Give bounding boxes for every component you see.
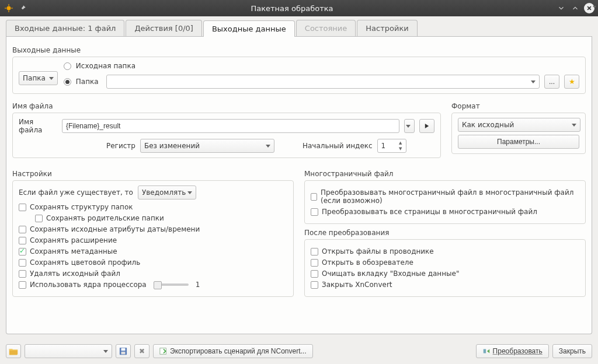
format-combo[interactable]: Как исходный: [458, 118, 580, 132]
delete-script-button[interactable]: ✖: [134, 344, 150, 358]
favorites-button[interactable]: ★: [564, 75, 579, 89]
output-section-label: Выходные данные: [12, 46, 586, 54]
radio-source-folder[interactable]: [64, 62, 71, 70]
after-section-label: После преобразования: [304, 229, 586, 237]
use-cpu-cores-checkbox[interactable]: [19, 281, 26, 289]
svg-marker-7: [425, 124, 429, 128]
filename-history-dropdown[interactable]: [404, 119, 415, 133]
keep-color-profile-checkbox[interactable]: [19, 259, 26, 267]
cpu-cores-slider[interactable]: [154, 284, 189, 286]
start-index-label: Начальный индекс: [303, 142, 373, 150]
svg-rect-9: [121, 348, 126, 351]
file-exists-label: Если файл уже существует, то: [19, 188, 133, 197]
multipage-all-pages-checkbox[interactable]: [311, 208, 318, 216]
window-title: Пакетная обработка: [28, 4, 556, 13]
keep-folder-structure-checkbox[interactable]: [19, 204, 26, 211]
destination-type-combo[interactable]: Папка: [19, 71, 58, 85]
app-icon: [4, 3, 14, 13]
filename-field-label: Имя файла: [19, 118, 57, 134]
multipage-convert-checkbox[interactable]: [311, 193, 317, 201]
format-section-label: Формат: [451, 102, 586, 110]
script-combo[interactable]: [25, 344, 112, 358]
keep-date-attrs-checkbox[interactable]: [19, 226, 26, 233]
close-app-checkbox[interactable]: [311, 281, 318, 289]
maximize-icon[interactable]: [570, 3, 580, 13]
pin-icon[interactable]: [18, 3, 28, 13]
close-icon[interactable]: [584, 3, 594, 13]
filename-pattern-input[interactable]: [62, 119, 399, 133]
radio-folder-label: Папка: [76, 78, 102, 86]
file-exists-combo[interactable]: Уведомлять: [138, 186, 196, 200]
output-panel: Выходные данные Папка Исходная папка Пап…: [6, 37, 592, 334]
svg-rect-12: [483, 349, 485, 354]
svg-rect-10: [121, 352, 126, 354]
delete-source-checkbox[interactable]: [19, 270, 26, 278]
filename-play-button[interactable]: [419, 119, 434, 133]
radio-folder[interactable]: [64, 78, 71, 86]
minimize-icon[interactable]: [556, 3, 566, 13]
convert-button[interactable]: Преобразовать: [476, 344, 549, 358]
open-script-button[interactable]: [6, 344, 21, 358]
save-script-button[interactable]: [116, 344, 131, 358]
browse-button[interactable]: ...: [544, 75, 559, 89]
clear-input-tab-checkbox[interactable]: [311, 270, 318, 278]
svg-point-0: [7, 6, 11, 10]
tab-input[interactable]: Входные данные: 1 файл: [6, 20, 124, 36]
tab-status[interactable]: Состояние: [296, 20, 356, 36]
open-browser-checkbox[interactable]: [311, 259, 318, 267]
tab-settings[interactable]: Настройки: [357, 20, 417, 36]
bottom-toolbar: ✖ Экспортировать сценарий для NConvert..…: [6, 344, 592, 358]
tab-output[interactable]: Выходные данные: [203, 20, 295, 37]
main-tabs: Входные данные: 1 файл Действия [0/0] Вы…: [6, 20, 592, 37]
export-nconvert-button[interactable]: Экспортировать сценарий для NConvert...: [153, 344, 313, 358]
multipage-section-label: Многостраничный файл: [304, 170, 586, 178]
output-path-field[interactable]: [106, 75, 540, 89]
titlebar: Пакетная обработка: [0, 0, 598, 16]
keep-extension-checkbox[interactable]: [19, 237, 26, 244]
keep-parent-folders-checkbox[interactable]: [35, 215, 43, 222]
tab-actions[interactable]: Действия [0/0]: [126, 20, 201, 36]
close-button[interactable]: Закрыть: [552, 344, 592, 358]
case-combo[interactable]: Без изменений: [140, 139, 274, 153]
cpu-cores-value: 1: [196, 281, 200, 289]
keep-metadata-checkbox[interactable]: [19, 248, 26, 256]
filename-section-label: Имя файла: [12, 102, 441, 110]
open-explorer-checkbox[interactable]: [311, 248, 318, 256]
radio-source-folder-label: Исходная папка: [76, 62, 135, 70]
case-label: Регистр: [106, 142, 135, 150]
settings-section-label: Настройки: [12, 170, 294, 178]
start-index-spinner[interactable]: 1▲▼: [377, 139, 406, 153]
format-params-button[interactable]: Параметры...: [458, 135, 579, 149]
